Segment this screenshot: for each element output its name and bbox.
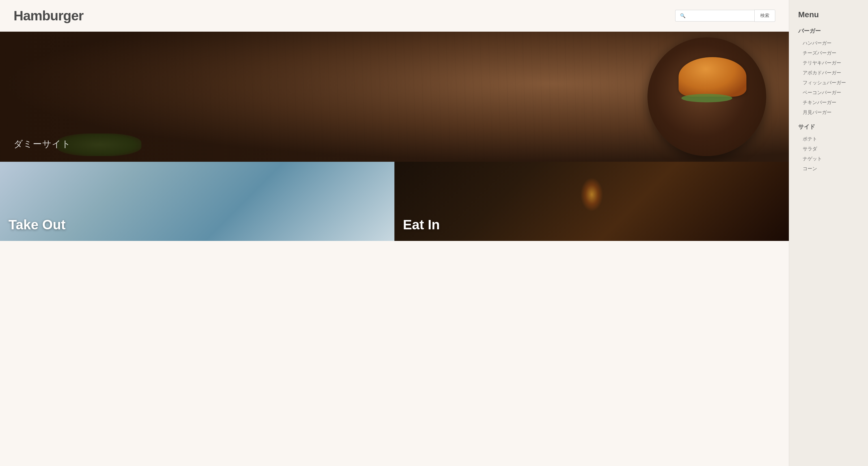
card-grid: Take Out Eat In: [0, 162, 789, 466]
menu-category-side: サイド: [798, 123, 859, 131]
eatin-label: Eat In: [403, 217, 440, 232]
search-icon: 🔍: [680, 13, 686, 19]
menu-item-nugget[interactable]: ナゲット: [798, 154, 859, 164]
site-header: Hamburger 🔍 検索: [0, 0, 789, 32]
menu-item-tsukimi[interactable]: 月見バーガー: [798, 107, 859, 117]
search-box: 🔍: [675, 10, 754, 22]
hero-overlay: [0, 32, 789, 162]
search-input[interactable]: [688, 13, 750, 19]
sidebar-title: Menu: [798, 10, 859, 19]
menu-category-burger: バーガー: [798, 27, 859, 35]
search-area: 🔍 検索: [675, 10, 775, 22]
menu-item-corn[interactable]: コーン: [798, 164, 859, 174]
search-button[interactable]: 検索: [754, 10, 775, 22]
menu-item-salad[interactable]: サラダ: [798, 144, 859, 154]
menu-item-fish[interactable]: フィッシュバーガー: [798, 78, 859, 88]
eatin-card[interactable]: Eat In: [395, 162, 789, 241]
takeout-card[interactable]: Take Out: [0, 162, 395, 241]
menu-item-chicken[interactable]: チキンバーガー: [798, 98, 859, 107]
hero-caption: ダミーサイト: [13, 138, 71, 150]
menu-item-cheeseburger[interactable]: チーズバーガー: [798, 48, 859, 58]
menu-item-teriyaki[interactable]: テリヤキバーガー: [798, 58, 859, 68]
hero-section: ダミーサイト: [0, 32, 789, 162]
site-title: Hamburger: [13, 8, 84, 24]
menu-item-hamburger[interactable]: ハンバーガー: [798, 38, 859, 48]
takeout-label: Take Out: [8, 217, 66, 232]
sidebar: Menu バーガー ハンバーガー チーズバーガー テリヤキバーガー アボカドバー…: [789, 0, 868, 466]
menu-item-potato[interactable]: ポテト: [798, 134, 859, 144]
menu-item-avocado[interactable]: アボカドバーガー: [798, 68, 859, 78]
menu-item-bacon[interactable]: ベーコンバーガー: [798, 88, 859, 98]
